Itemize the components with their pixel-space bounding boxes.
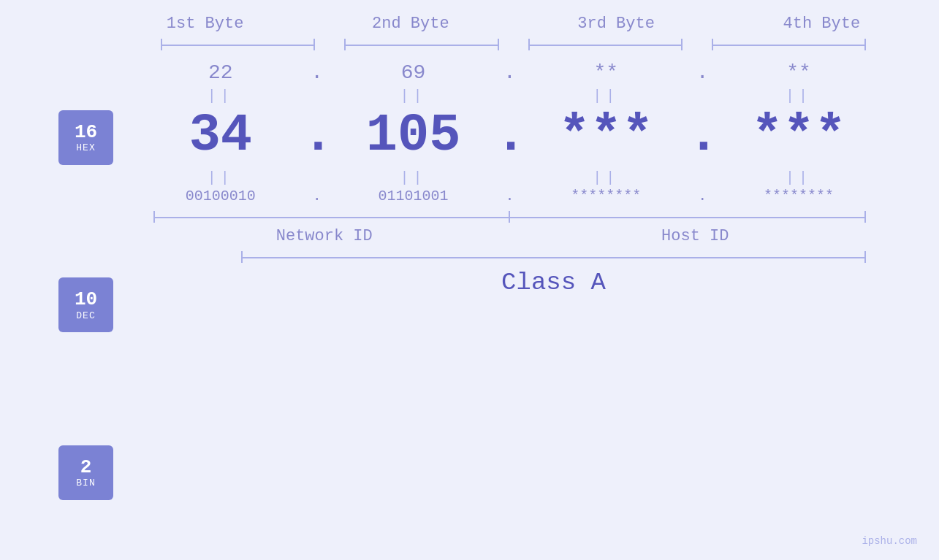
- byte-headers-row: 1st Byte 2nd Byte 3rd Byte 4th Byte: [102, 15, 924, 33]
- byte1-header: 1st Byte: [102, 15, 308, 33]
- dec-sep3: .: [688, 106, 717, 166]
- byte3-header: 3rd Byte: [514, 15, 719, 33]
- eq1-b2: ||: [332, 88, 495, 104]
- bin-badge-number: 2: [80, 457, 92, 478]
- hex-byte3: **: [525, 61, 688, 84]
- equals-row-2: || || || ||: [139, 167, 881, 188]
- hex-sep3: .: [688, 61, 717, 84]
- hex-sep2: .: [495, 61, 525, 84]
- bin-sep2: .: [495, 188, 525, 204]
- badges-column: 16 HEX 10 DEC 2 BIN: [58, 58, 139, 545]
- dec-sep2: .: [495, 106, 525, 166]
- hex-badge-label: HEX: [76, 142, 95, 153]
- hex-sep1: .: [303, 61, 332, 84]
- hex-badge: 16 HEX: [58, 110, 113, 165]
- dec-byte1: 34: [139, 110, 303, 162]
- dec-byte4: ***: [717, 110, 881, 162]
- network-id-label: Network ID: [139, 227, 510, 245]
- bin-byte4: ********: [717, 188, 881, 204]
- eq1-b3: ||: [525, 88, 688, 104]
- dec-badge: 10 DEC: [58, 277, 113, 332]
- hex-row: 22 . 69 . ** . **: [139, 61, 881, 84]
- hex-badge-number: 16: [75, 122, 97, 143]
- host-bracket: [510, 211, 881, 223]
- bin-sep1: .: [303, 188, 332, 204]
- dec-badge-label: DEC: [76, 310, 95, 321]
- bin-sep3: .: [688, 188, 717, 204]
- dec-byte2: 105: [332, 110, 495, 162]
- class-label: Class A: [227, 269, 881, 296]
- eq2-b1: ||: [139, 169, 303, 186]
- hex-byte4: **: [717, 61, 881, 84]
- dec-badge-number: 10: [75, 289, 97, 310]
- bracket-cell-1: [146, 39, 330, 50]
- bin-row: 00100010 . 01101001 . ******** .: [139, 188, 881, 204]
- equals-row-1: || || || ||: [139, 85, 881, 106]
- eq2-b4: ||: [717, 169, 881, 186]
- ip-rows: 22 . 69 . ** . **: [139, 58, 881, 545]
- bracket-cell-4: [697, 39, 881, 50]
- eq2-b3: ||: [525, 169, 688, 186]
- top-brackets: [146, 39, 881, 50]
- id-labels-row: Network ID Host ID: [139, 227, 881, 245]
- watermark: ipshu.com: [862, 535, 917, 547]
- full-bracket: [227, 251, 881, 263]
- dec-row: 34 . 105 . *** . ***: [139, 106, 881, 166]
- bin-byte3: ********: [525, 188, 688, 204]
- hex-byte1: 22: [139, 61, 303, 84]
- network-bracket: [139, 211, 510, 223]
- host-id-label: Host ID: [510, 227, 881, 245]
- dec-sep1: .: [303, 106, 332, 166]
- bin-byte1: 00100010: [139, 188, 303, 204]
- bin-badge: 2 BIN: [58, 445, 113, 500]
- bin-badge-label: BIN: [76, 477, 95, 488]
- bracket-cell-3: [514, 39, 697, 50]
- id-brackets: [139, 211, 881, 223]
- byte4-header: 4th Byte: [719, 15, 924, 33]
- eq2-b2: ||: [332, 169, 495, 186]
- bracket-cell-2: [330, 39, 513, 50]
- dec-byte3: ***: [525, 110, 688, 162]
- eq1-b4: ||: [717, 88, 881, 104]
- eq1-b1: ||: [139, 88, 303, 104]
- byte2-header: 2nd Byte: [308, 15, 513, 33]
- hex-byte2: 69: [332, 61, 495, 84]
- bin-byte2: 01101001: [332, 188, 495, 204]
